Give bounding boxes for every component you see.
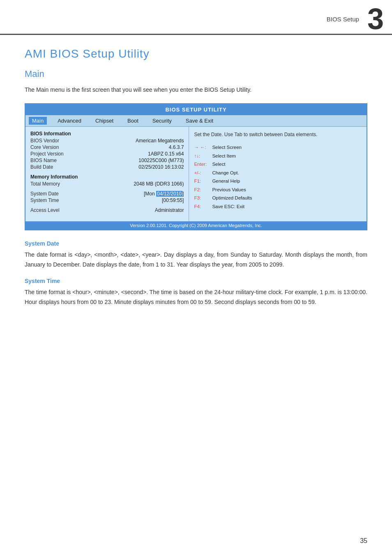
help-row: +/-:Change Opt.: [194, 169, 362, 177]
help-description: Previous Values: [212, 186, 246, 194]
bios-row-value: American Megatrends: [136, 138, 184, 144]
bios-info-group: Access LevelAdministrator: [30, 207, 184, 213]
bios-right-top-text: Set the Date. Use Tab to switch between …: [194, 131, 362, 139]
help-key: F3:: [194, 194, 210, 202]
intro-paragraph: The Main menu is the first screen that y…: [25, 85, 367, 95]
help-row: F3:Optimized Defaults: [194, 194, 362, 202]
bios-nav-item-save-&-exit[interactable]: Save & Exit: [182, 117, 217, 125]
bios-right-panel: Set the Date. Use Tab to switch between …: [189, 127, 367, 221]
bios-nav-item-chipset[interactable]: Chipset: [92, 117, 117, 125]
bios-row-value: 4.6.3.7: [169, 144, 184, 150]
help-row: F2:Previous Values: [194, 186, 362, 194]
help-row: Enter:Select: [194, 160, 362, 169]
bios-left-panel: BIOS InformationBIOS VendorAmerican Mega…: [25, 127, 189, 221]
bios-info-row: Core Version4.6.3.7: [30, 144, 184, 150]
bios-info-row: Access LevelAdministrator: [30, 207, 184, 213]
bios-row-value: [Mon 04/12/2010]: [144, 191, 184, 197]
sub-section-body: The time format is <hour>, <minute>, <se…: [25, 288, 367, 307]
help-description: Select: [212, 160, 225, 169]
help-key: F4:: [194, 203, 210, 211]
date-highlight: 04/12/2010: [156, 191, 182, 197]
help-row: → ←:Select Screen: [194, 144, 362, 152]
bios-row-label: Total Memory: [30, 181, 84, 187]
help-row: ↑↓:Select Item: [194, 152, 362, 160]
page-main-title: AMI BIOS Setup Utility: [25, 47, 367, 60]
bios-footer: Version 2.00.1201. Copyright (C) 2009 Am…: [25, 221, 367, 230]
bios-row-label: Project Version: [30, 151, 84, 157]
page-number: 35: [360, 537, 367, 545]
bios-utility-box: BIOS SETUP UTILITY MainAdvancedChipsetBo…: [25, 103, 367, 230]
help-key: Enter:: [194, 160, 210, 169]
bios-info-group: Memory InformationTotal Memory2048 MB (D…: [30, 174, 184, 187]
bios-row-value: 1ABPZ 0.15 x64: [148, 151, 184, 157]
help-key: F2:: [194, 186, 210, 194]
bios-nav-item-main[interactable]: Main: [29, 117, 47, 125]
bios-group-title: Memory Information: [30, 174, 184, 180]
help-description: Optimized Defaults: [212, 194, 252, 202]
help-key: ↑↓:: [194, 152, 210, 160]
bios-right-help: → ←:Select Screen↑↓:Select ItemEnter:Sel…: [194, 144, 362, 211]
help-description: Change Opt.: [212, 169, 239, 177]
bios-info-row: System Date[Mon 04/12/2010]: [30, 191, 184, 197]
help-description: Select Item: [212, 152, 236, 160]
chapter-number: 3: [367, 4, 384, 34]
bios-info-row: Build Date02/25/2010 16:13:02: [30, 164, 184, 170]
chapter-label: BIOS Setup: [327, 16, 359, 23]
bios-row-value: 100225C000 (M773): [138, 158, 184, 163]
help-key: F1:: [194, 177, 210, 186]
bios-nav-bar: MainAdvancedChipsetBootSecuritySave & Ex…: [25, 115, 367, 127]
bios-row-label: Build Date: [30, 164, 84, 170]
help-key: → ←:: [194, 144, 210, 152]
bios-info-row: Total Memory2048 MB (DDR3 1066): [30, 181, 184, 187]
bios-row-value: 2048 MB (DDR3 1066): [134, 181, 184, 187]
bios-row-value: 02/25/2010 16:13:02: [138, 164, 184, 170]
bios-row-value: Administrator: [155, 207, 184, 213]
bios-row-label: Access Level: [30, 207, 84, 213]
sub-section-body: The date format is <day>, <month>, <date…: [25, 250, 367, 270]
sub-section-title: System Date: [25, 240, 367, 247]
bios-row-label: Core Version: [30, 144, 84, 150]
bios-nav-item-advanced[interactable]: Advanced: [54, 117, 85, 125]
bios-info-row: System Time[00:59:55]: [30, 197, 184, 203]
page-content: AMI BIOS Setup Utility Main The Main men…: [0, 35, 392, 330]
bios-info-group: BIOS InformationBIOS VendorAmerican Mega…: [30, 131, 184, 170]
bios-nav-item-security[interactable]: Security: [149, 117, 175, 125]
bios-info-row: BIOS Name100225C000 (M773): [30, 158, 184, 163]
bios-row-value: [00:59:55]: [162, 197, 184, 203]
bios-info-row: BIOS VendorAmerican Megatrends: [30, 138, 184, 144]
subsections-container: System DateThe date format is <day>, <mo…: [25, 240, 367, 307]
bios-group-title: BIOS Information: [30, 131, 184, 137]
sub-section-title: System Time: [25, 278, 367, 284]
bios-row-label: BIOS Vendor: [30, 138, 84, 144]
help-key: +/-:: [194, 169, 210, 177]
help-description: Select Screen: [212, 144, 242, 152]
bios-row-label: System Time: [30, 197, 84, 203]
bios-row-label: BIOS Name: [30, 158, 84, 163]
help-description: Save ESC: Exit: [212, 203, 244, 211]
help-description: General Help: [212, 177, 240, 186]
section-main-title: Main: [25, 69, 367, 79]
bios-nav-item-boot[interactable]: Boot: [124, 117, 142, 125]
top-header-bar: BIOS Setup 3: [0, 0, 392, 35]
bios-utility-header: BIOS SETUP UTILITY: [25, 104, 367, 115]
bios-body: BIOS InformationBIOS VendorAmerican Mega…: [25, 127, 367, 221]
help-row: F1:General Help: [194, 177, 362, 186]
bios-row-label: System Date: [30, 191, 84, 197]
help-row: F4:Save ESC: Exit: [194, 203, 362, 211]
bios-info-group: System Date[Mon 04/12/2010]System Time[0…: [30, 191, 184, 203]
bios-info-row: Project Version1ABPZ 0.15 x64: [30, 151, 184, 157]
